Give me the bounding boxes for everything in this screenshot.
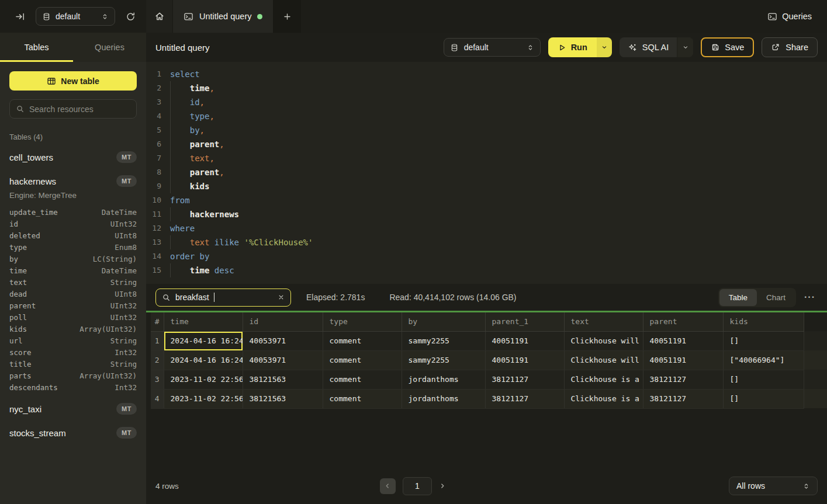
column-header-num[interactable]: # <box>151 312 164 331</box>
new-table-button[interactable]: New table <box>9 71 137 91</box>
cell-time[interactable]: 2023-11-02 22:56… <box>164 370 243 389</box>
editor-line-2[interactable]: 2 time, <box>146 81 827 95</box>
column-item-parts[interactable]: partsArray(UInt32) <box>9 370 137 381</box>
cell-time[interactable]: 2024-04-16 16:24… <box>164 331 243 350</box>
editor-line-9[interactable]: 9 kids <box>146 179 827 193</box>
column-item-deleted[interactable]: deletedUInt8 <box>9 230 137 241</box>
column-item-descendants[interactable]: descendantsInt32 <box>9 381 137 393</box>
cell-kids[interactable]: ["40066964"] <box>723 350 804 370</box>
current-page[interactable]: 1 <box>403 477 432 495</box>
refresh-button[interactable] <box>123 9 138 24</box>
sidebar-tab-queries[interactable]: Queries <box>73 33 146 62</box>
table-row[interactable]: 32023-11-02 22:56…38121563commentjordant… <box>151 370 827 389</box>
cell-by[interactable]: sammy2255 <box>402 331 485 350</box>
cell-by[interactable]: jordanthoms <box>402 370 485 389</box>
editor-line-3[interactable]: 3 id, <box>146 95 827 109</box>
editor-line-14[interactable]: 14order by <box>146 249 827 263</box>
query-database-selector[interactable]: default <box>444 38 541 57</box>
cell-text[interactable]: Clickhouse is a … <box>564 389 643 408</box>
column-header-kids[interactable]: kids <box>723 312 804 331</box>
cell-type[interactable]: comment <box>323 389 402 408</box>
cell-kids[interactable]: [] <box>723 370 804 389</box>
run-options-button[interactable] <box>597 37 612 57</box>
cell-id[interactable]: 38121563 <box>243 370 323 389</box>
editor-line-5[interactable]: 5 by, <box>146 123 827 137</box>
view-toggle-table[interactable]: Table <box>719 289 757 306</box>
run-button[interactable]: Run <box>548 37 597 57</box>
editor-line-7[interactable]: 7 text, <box>146 151 827 165</box>
cell-time[interactable]: 2023-11-02 22:56… <box>164 389 243 408</box>
page-size-selector[interactable]: All rows <box>729 477 818 495</box>
cell-parent_1[interactable]: 38121127 <box>485 389 564 408</box>
column-item-type[interactable]: typeEnum8 <box>9 241 137 253</box>
column-header-text[interactable]: text <box>564 312 643 331</box>
cell-by[interactable]: sammy2255 <box>402 350 485 370</box>
cell-text[interactable]: Clickhouse will … <box>564 331 643 350</box>
editor-line-11[interactable]: 11 hackernews <box>146 207 827 221</box>
cell-text[interactable]: Clickhouse is a … <box>564 370 643 389</box>
more-options-button[interactable]: ··· <box>802 291 818 304</box>
cell-parent_1[interactable]: 40051191 <box>485 350 564 370</box>
cell-parent[interactable]: 38121127 <box>643 389 723 408</box>
next-page-button[interactable] <box>439 482 446 489</box>
cell-kids[interactable]: [] <box>723 389 804 408</box>
previous-page-button[interactable] <box>380 478 396 494</box>
editor-line-15[interactable]: 15 time desc <box>146 263 827 277</box>
column-item-title[interactable]: titleString <box>9 358 137 370</box>
collapse-sidebar-button[interactable] <box>13 9 27 24</box>
column-header-type[interactable]: type <box>323 312 402 331</box>
cell-parent_1[interactable]: 40051191 <box>485 331 564 350</box>
column-item-parent[interactable]: parentUInt32 <box>9 300 137 311</box>
column-item-score[interactable]: scoreInt32 <box>9 346 137 358</box>
column-header-parent_1[interactable]: parent_1 <box>485 312 564 331</box>
table-row[interactable]: 22024-04-16 16:24…40053971commentsammy22… <box>151 350 827 370</box>
cell-parent[interactable]: 40051191 <box>643 350 723 370</box>
cell-type[interactable]: comment <box>323 331 402 350</box>
table-item-stocks_stream[interactable]: stocks_streamMT <box>9 425 137 441</box>
search-resources-input[interactable] <box>29 105 130 114</box>
table-item-nyc_taxi[interactable]: nyc_taxiMT <box>9 401 137 417</box>
sql-ai-options-button[interactable] <box>677 37 693 57</box>
column-header-time[interactable]: time <box>164 312 243 331</box>
editor-line-6[interactable]: 6 parent, <box>146 137 827 151</box>
cell-type[interactable]: comment <box>323 370 402 389</box>
cell-type[interactable]: comment <box>323 350 402 370</box>
sql-editor[interactable]: 1select2 time,3 id,4 type,5 by,6 parent,… <box>146 62 827 284</box>
cell-parent[interactable]: 38121127 <box>643 370 723 389</box>
column-item-time[interactable]: timeDateTime <box>9 265 137 276</box>
column-item-id[interactable]: idUInt32 <box>9 218 137 230</box>
cell-parent_1[interactable]: 38121127 <box>485 370 564 389</box>
column-item-url[interactable]: urlString <box>9 335 137 346</box>
cell-id[interactable]: 40053971 <box>243 331 323 350</box>
cell-text[interactable]: Clickhouse will … <box>564 350 643 370</box>
cell-parent[interactable]: 40051191 <box>643 331 723 350</box>
table-item-hackernews[interactable]: hackernewsMT <box>9 173 137 189</box>
new-tab-button[interactable] <box>273 0 301 33</box>
column-item-dead[interactable]: deadUInt8 <box>9 288 137 300</box>
sidebar-tab-tables[interactable]: Tables <box>0 33 73 62</box>
editor-line-1[interactable]: 1select <box>146 67 827 81</box>
result-search-box[interactable]: breakfast <box>155 289 291 307</box>
clear-search-button[interactable] <box>278 294 285 301</box>
cell-id[interactable]: 38121563 <box>243 389 323 408</box>
editor-line-12[interactable]: 12where <box>146 221 827 235</box>
tab-untitled-query[interactable]: Untitled query <box>173 0 273 33</box>
queries-button[interactable]: Queries <box>752 0 827 33</box>
share-button[interactable]: Share <box>762 37 818 57</box>
table-row[interactable]: 12024-04-16 16:24…40053971commentsammy22… <box>151 331 827 350</box>
column-header-id[interactable]: id <box>243 312 323 331</box>
column-item-poll[interactable]: pollUInt32 <box>9 311 137 323</box>
column-item-update_time[interactable]: update_timeDateTime <box>9 206 137 218</box>
cell-by[interactable]: jordanthoms <box>402 389 485 408</box>
home-button[interactable] <box>146 0 172 33</box>
editor-line-10[interactable]: 10from <box>146 193 827 207</box>
view-toggle-chart[interactable]: Chart <box>757 289 795 306</box>
editor-line-8[interactable]: 8 parent, <box>146 165 827 179</box>
save-button[interactable]: Save <box>701 37 754 57</box>
column-header-parent[interactable]: parent <box>643 312 723 331</box>
column-item-by[interactable]: byLC(String) <box>9 253 137 265</box>
editor-line-4[interactable]: 4 type, <box>146 109 827 123</box>
sql-ai-button[interactable]: SQL AI <box>620 37 677 57</box>
editor-line-13[interactable]: 13 text ilike '%ClickHouse%' <box>146 235 827 249</box>
cell-time[interactable]: 2024-04-16 16:24… <box>164 350 243 370</box>
